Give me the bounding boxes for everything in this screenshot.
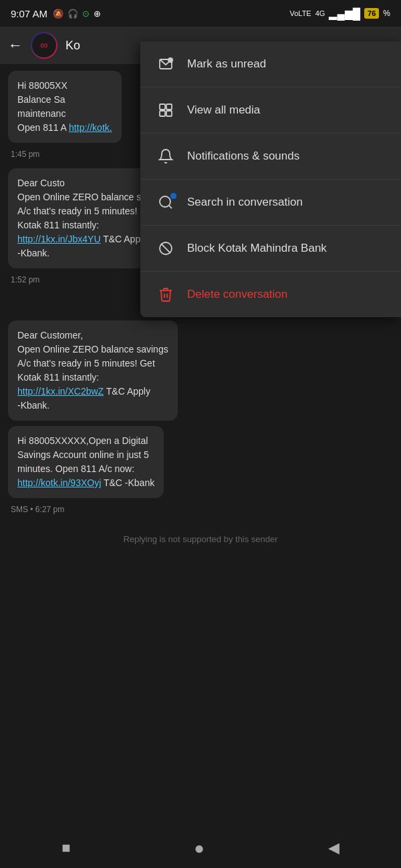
svg-point-6 [160,196,170,207]
battery-icon: % [383,9,390,18]
block-item[interactable]: Block Kotak Mahindra Bank [140,226,401,272]
avatar-symbol: ∞ [40,39,47,51]
status-left: 9:07 AM 🔕 🎧 ⊙ ⊕ [11,8,101,19]
message-bubble: Hi 88005XXBalance SamaintenancOpen 811 A… [8,71,122,143]
status-bar: 9:07 AM 🔕 🎧 ⊙ ⊕ VoLTE 4G ▂▄▆█ 76 % [0,0,401,27]
svg-line-7 [169,206,172,208]
message-text: Hi 88005XXBalance SamaintenancOpen 811 A… [17,80,112,133]
context-menu: Mark as unread View all media Notificati… [140,41,401,317]
delete-label: Delete conversation [187,288,287,301]
mark-unread-icon [156,55,175,73]
svg-point-1 [168,57,173,63]
svg-rect-3 [166,104,172,110]
view-media-icon [156,101,175,120]
reply-notice: Replying is not supported by this sender [8,523,393,551]
message-text-3: Dear Customer,Open Online ZERO balance s… [17,330,168,411]
search-icon [156,193,175,212]
trash-icon [156,285,175,304]
svg-line-9 [161,244,170,253]
message-link[interactable]: http://kotk. [69,122,112,133]
signal-bars-icon: ▂▄▆█ [329,7,360,20]
nav-back-icon[interactable]: ◀ [328,839,340,857]
contact-name[interactable]: Ko [65,39,80,53]
sms-time: SMS • 6:27 pm [8,503,393,518]
svg-rect-4 [160,111,165,116]
status-time: 9:07 AM [11,8,47,19]
block-label: Block Kotak Mahindra Bank [187,242,327,255]
cast-icon: ⊕ [94,9,101,19]
spotify-icon: ⊙ [82,9,90,19]
message-link-3[interactable]: http://1kx.in/XC2bwZ [17,386,104,397]
mark-unread-item[interactable]: Mark as unread [140,41,401,87]
nav-square-icon[interactable]: ■ [61,839,70,857]
bell-icon [156,147,175,166]
headphone-icon: 🎧 [68,9,78,19]
message-link-4[interactable]: http://kotk.in/93XOyj [17,477,101,488]
message-link-2[interactable]: http://1kx.in/Jbx4YU [17,234,101,244]
message-bubble-4: Hi 88005XXXXX,Open a DigitalSavings Acco… [8,426,164,498]
mark-unread-label: Mark as unread [187,57,266,71]
battery-level: 76 [364,8,379,19]
view-media-label: View all media [187,103,260,117]
delete-item[interactable]: Delete conversation [140,272,401,317]
status-icons: 🔕 🎧 ⊙ ⊕ [53,9,101,19]
notifications-label: Notifications & sounds [187,150,299,163]
nav-home-icon[interactable]: ● [194,838,205,859]
view-media-item[interactable]: View all media [140,87,401,134]
status-right: VoLTE 4G ▂▄▆█ 76 % [290,7,391,20]
svg-rect-5 [166,111,172,116]
avatar: ∞ [31,32,57,59]
volte-icon: VoLTE [290,9,311,17]
block-icon [156,239,175,258]
message-text-4: Hi 88005XXXXX,Open a DigitalSavings Acco… [17,435,154,488]
notifications-item[interactable]: Notifications & sounds [140,134,401,180]
message-bubble-3: Dear Customer,Open Online ZERO balance s… [8,320,178,421]
nav-bar: ■ ● ◀ [0,828,401,868]
signal-4g-icon: 4G [315,9,325,17]
search-item[interactable]: Search in conversation [140,180,401,226]
search-label: Search in conversation [187,196,303,209]
back-button[interactable]: ← [8,37,23,54]
svg-rect-2 [160,104,165,110]
mute-icon: 🔕 [53,9,63,19]
